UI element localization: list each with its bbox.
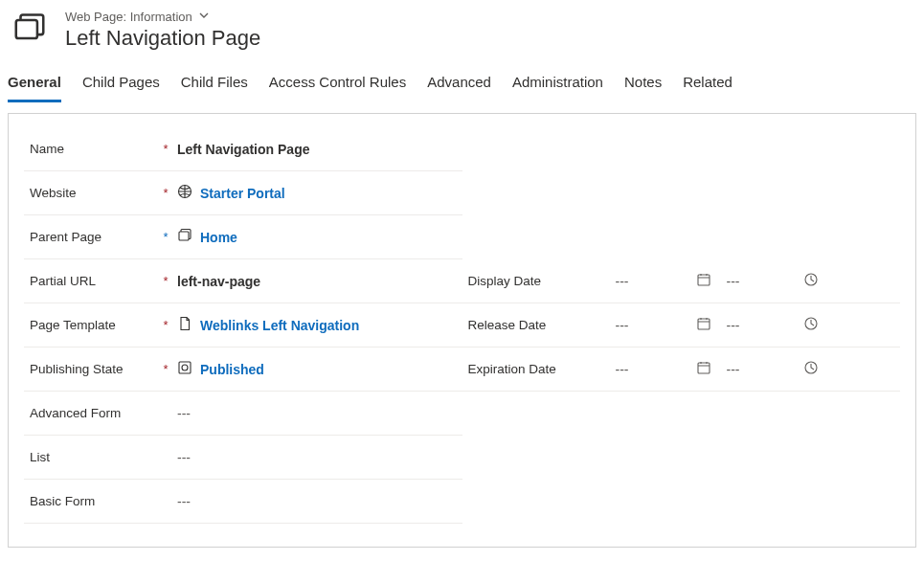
webpage-icon (177, 228, 192, 246)
label-partial-url: Partial URL (24, 274, 158, 288)
value-parent-page-text: Home (200, 230, 237, 245)
form-left-column: Name * Left Navigation Page Website * St… (24, 127, 462, 524)
label-page-template: Page Template (24, 318, 158, 332)
label-publishing-state: Publishing State (24, 362, 158, 376)
row-list: List --- (24, 436, 462, 480)
value-publishing-state[interactable]: Published (173, 360, 462, 378)
calendar-icon (696, 360, 711, 378)
required-marker: * (158, 186, 173, 200)
label-list: List (24, 450, 158, 464)
value-expiration-time[interactable]: --- (719, 362, 796, 377)
clock-button[interactable] (796, 316, 826, 334)
label-website: Website (24, 186, 158, 200)
clock-icon (803, 316, 819, 334)
svg-rect-2 (179, 232, 189, 240)
value-name[interactable]: Left Navigation Page (173, 142, 462, 157)
required-marker: * (158, 230, 173, 244)
tab-related[interactable]: Related (683, 68, 732, 102)
webpages-icon (11, 10, 48, 49)
row-display-date: Display Date --- --- (462, 259, 901, 303)
value-list[interactable]: --- (173, 450, 462, 465)
required-marker: * (158, 274, 173, 288)
label-release-date: Release Date (462, 318, 597, 332)
value-publishing-state-text: Published (200, 362, 264, 377)
clock-icon (803, 360, 819, 378)
row-expiration-date: Expiration Date --- --- (462, 348, 901, 392)
form-right-column: Display Date --- --- Release Date --- -- (462, 127, 901, 524)
label-display-date: Display Date (462, 274, 597, 288)
value-website-text: Starter Portal (200, 186, 285, 201)
clock-button[interactable] (796, 360, 826, 378)
form-panel: Name * Left Navigation Page Website * St… (8, 113, 916, 548)
row-page-template: Page Template * Weblinks Left Navigation (24, 303, 462, 348)
clock-icon (803, 272, 819, 290)
svg-rect-5 (698, 275, 710, 285)
calendar-icon (696, 272, 711, 290)
template-icon (177, 316, 192, 334)
calendar-button[interactable] (688, 360, 719, 378)
calendar-icon (696, 316, 711, 334)
value-parent-page[interactable]: Home (173, 228, 462, 246)
svg-rect-9 (698, 363, 710, 373)
tab-general[interactable]: General (8, 68, 61, 102)
required-marker: * (158, 318, 173, 332)
page-header: Web Page: Information Left Navigation Pa… (8, 10, 916, 68)
row-parent-page: Parent Page * Home (24, 215, 462, 259)
row-basic-form: Basic Form --- (24, 480, 462, 524)
breadcrumb[interactable]: Web Page: Information (65, 10, 260, 24)
svg-rect-7 (698, 319, 710, 329)
row-name: Name * Left Navigation Page (24, 127, 462, 171)
value-display-time[interactable]: --- (719, 274, 796, 289)
label-parent-page: Parent Page (24, 230, 158, 244)
row-publishing-state: Publishing State * Published (24, 348, 462, 392)
label-advanced-form: Advanced Form (24, 406, 158, 420)
chevron-down-icon (198, 10, 210, 24)
tab-access-control-rules[interactable]: Access Control Rules (269, 68, 406, 102)
label-expiration-date: Expiration Date (462, 362, 597, 376)
value-display-date[interactable]: --- (612, 274, 688, 289)
value-page-template-text: Weblinks Left Navigation (200, 318, 359, 333)
row-release-date: Release Date --- --- (462, 303, 901, 348)
calendar-button[interactable] (688, 272, 719, 290)
value-expiration-date[interactable]: --- (612, 362, 688, 377)
clock-button[interactable] (796, 272, 826, 290)
tabs: General Child Pages Child Files Access C… (8, 68, 916, 103)
breadcrumb-label: Web Page: Information (65, 10, 192, 24)
value-release-date[interactable]: --- (612, 318, 688, 333)
svg-rect-0 (16, 20, 37, 38)
tab-child-files[interactable]: Child Files (181, 68, 248, 102)
value-page-template[interactable]: Weblinks Left Navigation (173, 316, 462, 334)
tab-notes[interactable]: Notes (624, 68, 662, 102)
label-basic-form: Basic Form (24, 494, 158, 508)
value-advanced-form[interactable]: --- (173, 406, 462, 421)
required-marker: * (158, 142, 173, 156)
tab-advanced[interactable]: Advanced (427, 68, 491, 102)
value-release-time[interactable]: --- (719, 318, 796, 333)
page-title: Left Navigation Page (65, 26, 260, 51)
calendar-button[interactable] (688, 316, 719, 334)
value-partial-url[interactable]: left-nav-page (173, 274, 462, 289)
value-basic-form[interactable]: --- (173, 494, 462, 509)
row-advanced-form: Advanced Form --- (24, 392, 462, 436)
svg-rect-3 (179, 362, 191, 373)
value-website[interactable]: Starter Portal (173, 184, 462, 202)
required-marker: * (158, 362, 173, 376)
label-name: Name (24, 142, 158, 156)
row-website: Website * Starter Portal (24, 171, 462, 215)
globe-icon (177, 184, 192, 202)
state-icon (177, 360, 192, 378)
tab-administration[interactable]: Administration (512, 68, 603, 102)
row-partial-url: Partial URL * left-nav-page (24, 259, 462, 303)
svg-point-4 (182, 365, 188, 370)
tab-child-pages[interactable]: Child Pages (82, 68, 160, 102)
